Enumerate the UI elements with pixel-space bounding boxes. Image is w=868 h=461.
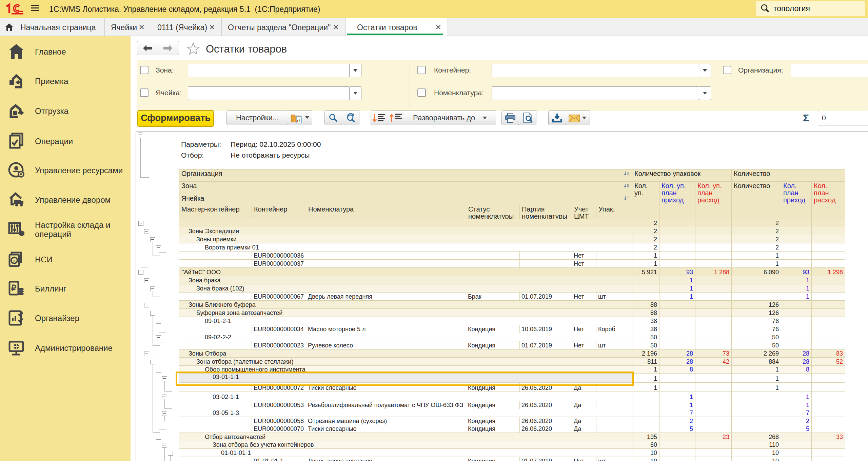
svg-text:₽: ₽: [11, 283, 16, 293]
svg-text:i: i: [13, 258, 15, 263]
